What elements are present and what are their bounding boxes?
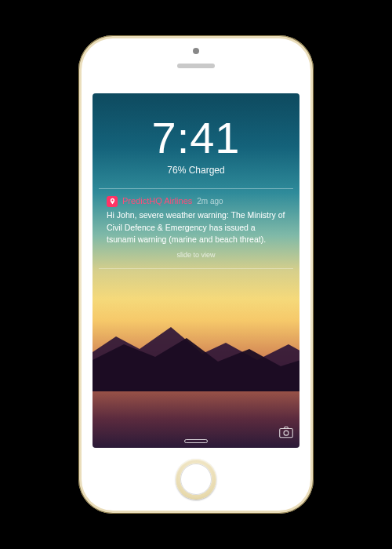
app-icon [107, 196, 118, 207]
notification-app-name: PredictHQ Airlines [122, 195, 192, 207]
notification-body: Hi John, severe weather warning: The Min… [107, 209, 285, 245]
wallpaper-mountains [93, 297, 299, 391]
notification-time: 2m ago [197, 196, 223, 207]
charge-status: 76% Charged [93, 165, 299, 176]
svg-rect-0 [280, 429, 293, 438]
phone-frame: 7:41 76% Charged PredictHQ Airlines 2m a… [78, 35, 314, 514]
notification-card[interactable]: PredictHQ Airlines 2m ago Hi John, sever… [99, 188, 293, 269]
svg-point-1 [284, 431, 289, 435]
bottom-bar [93, 439, 299, 443]
phone-bezel: 7:41 76% Charged PredictHQ Airlines 2m a… [82, 38, 310, 511]
front-camera-icon [193, 48, 199, 54]
slide-to-view-hint: slide to view [107, 250, 285, 260]
time-display: 7:41 [93, 112, 299, 163]
speaker-icon [177, 64, 215, 68]
notification-header: PredictHQ Airlines 2m ago [107, 195, 285, 207]
clock-area: 7:41 76% Charged [93, 93, 299, 176]
home-button[interactable] [176, 459, 216, 500]
home-button-ring-icon [180, 464, 212, 495]
camera-icon[interactable] [279, 426, 293, 438]
pin-icon [109, 198, 116, 205]
phone-top-bar [82, 38, 310, 93]
grabber-icon[interactable] [184, 439, 208, 443]
lock-screen: 7:41 76% Charged PredictHQ Airlines 2m a… [93, 93, 299, 448]
